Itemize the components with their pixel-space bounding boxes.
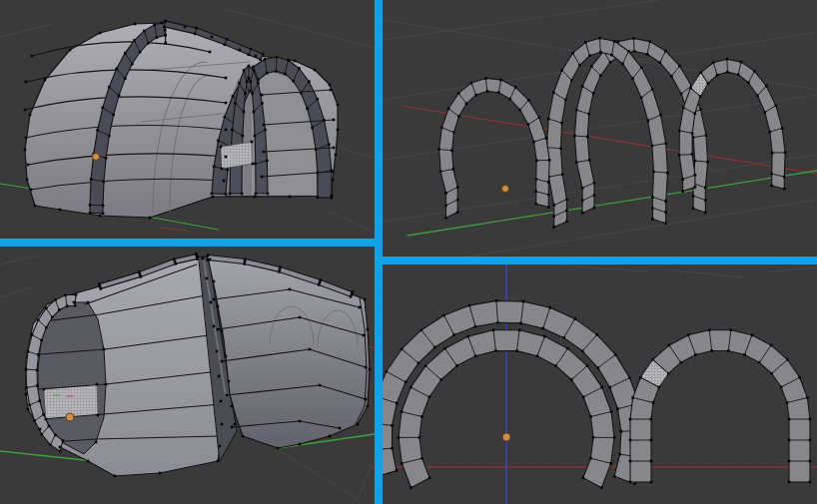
viewport-divider-horizontal-right[interactable]: [383, 256, 817, 264]
grid-line: [358, 458, 375, 499]
grid-line: [225, 9, 375, 48]
grid-line: [330, 212, 375, 233]
viewport-divider-horizontal-left[interactable]: [0, 239, 375, 247]
cursor-3d[interactable]: [502, 186, 509, 193]
viewport-top-left[interactable]: [0, 0, 375, 239]
viewport-divider-vertical[interactable]: [375, 0, 383, 504]
axis-y-green: [0, 184, 32, 189]
selected-face-stipple: [221, 142, 253, 169]
viewport-bottom-left[interactable]: [0, 247, 375, 504]
grid-line: [0, 254, 42, 264]
grid-line: [340, 148, 375, 158]
cursor-3d[interactable]: [502, 433, 510, 441]
viewport-bottom-right[interactable]: [383, 264, 817, 504]
viewport-top-right[interactable]: [383, 0, 817, 256]
axis-y-green: [408, 171, 817, 236]
axis-y-green: [148, 217, 218, 230]
grid-line: [0, 287, 30, 297]
grid-line: [0, 24, 52, 37]
arch-band-left: [439, 78, 550, 218]
axis-x-red: [160, 228, 186, 231]
grid-line: [277, 449, 358, 499]
object-origin[interactable]: [93, 154, 100, 161]
axis-x-red: [403, 106, 817, 174]
blender-quad-viewport: [0, 0, 817, 504]
grid-line: [469, 200, 817, 256]
object-origin[interactable]: [66, 413, 74, 421]
grid-line: [383, 0, 659, 40]
